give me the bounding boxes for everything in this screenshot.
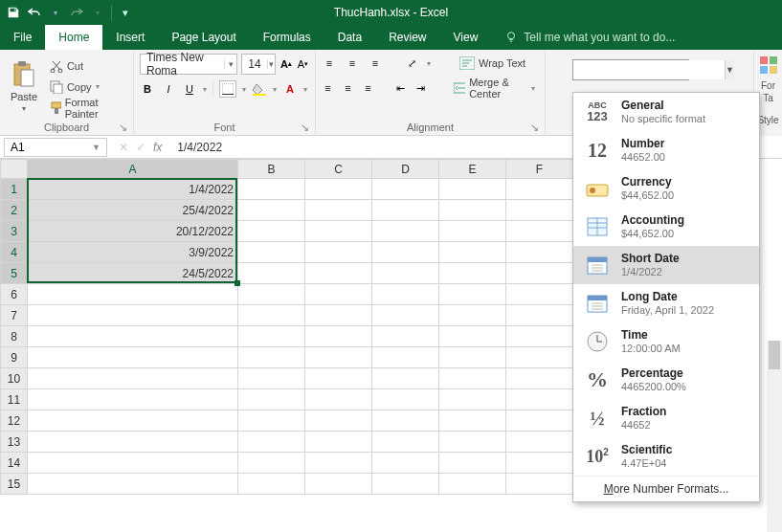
dialog-launcher-icon[interactable]: ↘ [118,122,127,131]
cell-C9[interactable] [305,347,372,368]
cell-B9[interactable] [238,347,305,368]
col-header-A[interactable]: A [28,160,238,179]
cell-D13[interactable] [372,432,439,453]
cell-B5[interactable] [238,263,305,284]
fmt-item-longdate[interactable]: Long DateFriday, April 1, 2022 [573,284,759,322]
cell-A11[interactable] [28,389,238,410]
underline-button[interactable]: U [182,81,197,97]
fmt-item-shortdate[interactable]: Short Date1/4/2022 [573,246,759,284]
border-button[interactable] [219,80,236,98]
cell-B10[interactable] [238,368,305,389]
cell-E1[interactable] [439,179,506,200]
cell-A8[interactable] [28,326,238,347]
cell-B6[interactable] [238,284,305,305]
cell-F8[interactable] [506,326,573,347]
cell-B1[interactable] [238,179,305,200]
cell-D8[interactable] [372,326,439,347]
cell-B11[interactable] [238,389,305,410]
cell-F6[interactable] [506,284,573,305]
cell-B14[interactable] [238,453,305,474]
number-format-input[interactable] [573,60,725,79]
wrap-text-button[interactable]: Wrap Text [456,54,529,73]
cell-A1[interactable]: 1/4/2022 [28,179,238,200]
increase-font-icon[interactable]: A▴ [279,56,292,72]
cell-E14[interactable] [439,453,506,474]
cell-A4[interactable]: 3/9/2022 [28,242,238,263]
cell-D11[interactable] [372,389,439,410]
row-header-5[interactable]: 5 [1,263,28,284]
dialog-launcher-icon[interactable]: ↘ [529,122,539,131]
row-header-7[interactable]: 7 [1,305,28,326]
undo-icon[interactable] [27,5,42,20]
cell-B2[interactable] [238,200,305,221]
increase-indent-icon[interactable]: ⇥ [414,80,427,96]
cell-E11[interactable] [439,389,506,410]
select-all-corner[interactable] [1,160,28,179]
qat-more-icon[interactable]: ▾ [118,5,133,20]
redo-icon[interactable] [69,5,84,20]
col-header-C[interactable]: C [305,160,372,179]
row-header-4[interactable]: 4 [1,242,28,263]
cell-E3[interactable] [439,221,506,242]
tab-view[interactable]: View [440,25,492,50]
fmt-item-percentage[interactable]: %Percentage4465200.00% [573,361,759,399]
cell-A14[interactable] [28,453,238,474]
cell-E9[interactable] [439,347,506,368]
undo-dropdown-icon[interactable]: ▾ [48,5,63,20]
cell-D2[interactable] [372,200,439,221]
fx-icon[interactable]: fx [153,141,162,154]
scroll-thumb[interactable] [769,341,780,369]
cell-F9[interactable] [506,347,573,368]
fill-color-button[interactable] [252,81,267,97]
align-center-icon[interactable]: ≡ [342,80,354,96]
format-painter-button[interactable]: Format Painter [46,99,127,118]
cell-C8[interactable] [305,326,372,347]
fmt-item-general[interactable]: ABC123GeneralNo specific format [573,93,759,131]
cell-E15[interactable] [439,474,506,495]
number-format-select[interactable]: ▼ [572,59,689,80]
cell-F12[interactable] [506,410,573,432]
cell-C14[interactable] [305,453,372,474]
cell-A3[interactable]: 20/12/2022 [28,221,238,242]
row-header-13[interactable]: 13 [1,432,28,453]
cell-F15[interactable] [506,474,573,495]
cell-D10[interactable] [372,368,439,389]
cell-C6[interactable] [305,284,372,305]
cell-E4[interactable] [439,242,506,263]
cell-C1[interactable] [305,179,372,200]
enter-icon[interactable]: ✓ [136,141,145,154]
align-right-icon[interactable]: ≡ [362,80,374,96]
cell-A15[interactable] [28,474,238,495]
cell-C4[interactable] [305,242,372,263]
cell-B7[interactable] [238,305,305,326]
align-left-icon[interactable]: ≡ [322,80,334,96]
row-header-12[interactable]: 12 [1,410,28,432]
save-icon[interactable] [6,5,21,20]
merge-center-button[interactable]: Merge & Center ▾ [450,78,539,98]
paste-button[interactable]: Paste ▾ [6,56,42,118]
bold-button[interactable]: B [140,81,155,97]
cell-F11[interactable] [506,389,573,410]
cell-C15[interactable] [305,474,372,495]
cell-F4[interactable] [506,242,573,263]
cell-C12[interactable] [305,410,372,432]
cell-B8[interactable] [238,326,305,347]
tab-home[interactable]: Home [45,25,102,50]
cell-E2[interactable] [439,200,506,221]
row-header-9[interactable]: 9 [1,347,28,368]
tab-review[interactable]: Review [375,25,439,50]
cell-A2[interactable]: 25/4/2022 [28,200,238,221]
cell-D9[interactable] [372,347,439,368]
fmt-item-accounting[interactable]: Accounting$44,652.00 [573,208,759,246]
chevron-down-icon[interactable]: ▼ [725,60,734,79]
cell-D6[interactable] [372,284,439,305]
cell-D3[interactable] [372,221,439,242]
cell-C5[interactable] [305,263,372,284]
row-header-15[interactable]: 15 [1,474,28,495]
row-header-2[interactable]: 2 [1,200,28,221]
fmt-item-number[interactable]: 12Number44652.00 [573,131,759,169]
cell-D1[interactable] [372,179,439,200]
cut-button[interactable]: Cut [46,56,127,76]
cell-B13[interactable] [238,432,305,453]
cell-A9[interactable] [28,347,238,368]
